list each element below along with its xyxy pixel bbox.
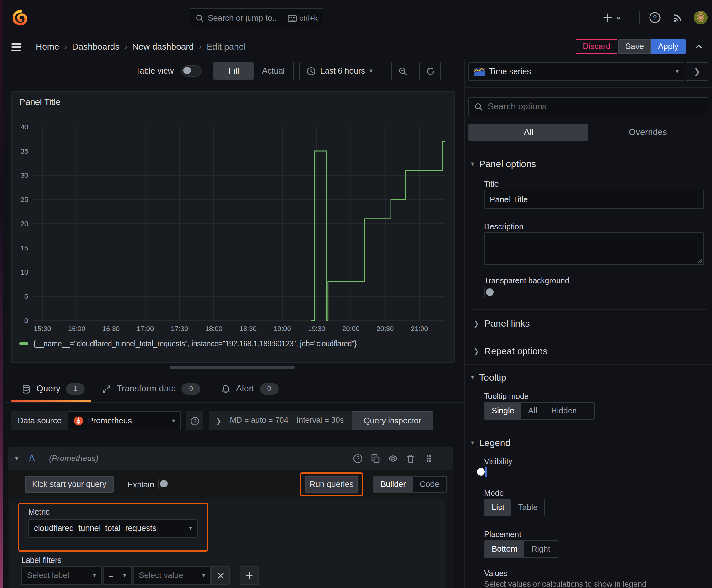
search-placeholder: Search or jump to... xyxy=(208,13,284,24)
table-view-toggle[interactable] xyxy=(181,65,201,77)
save-button[interactable]: Save xyxy=(619,39,651,54)
breadcrumb-new-dashboard[interactable]: New dashboard xyxy=(132,42,194,53)
panel-links-header[interactable]: ❯ Panel links xyxy=(473,318,530,330)
svg-text:15: 15 xyxy=(21,244,28,252)
panel-title-input[interactable] xyxy=(484,190,704,209)
transparent-background-toggle[interactable] xyxy=(484,287,486,298)
tooltip-hidden-option[interactable]: Hidden xyxy=(544,403,584,419)
metric-select[interactable]: cloudflared_tunnel_total_requests ▾ xyxy=(28,519,198,538)
query-ref-id[interactable]: A xyxy=(29,453,35,464)
legend-header[interactable]: ▾ Legend xyxy=(471,437,511,449)
datasource-help-button[interactable]: ? xyxy=(186,412,203,430)
shortcut-hint: ctrl+k xyxy=(287,14,318,23)
explain-toggle[interactable] xyxy=(158,479,159,489)
select-label-dropdown[interactable]: Select label ▾ xyxy=(21,566,102,585)
description-textarea[interactable] xyxy=(484,232,704,265)
placement-bottom-option[interactable]: Bottom xyxy=(485,541,524,557)
placement-right-option[interactable]: Right xyxy=(524,541,557,557)
datasource-picker[interactable]: Prometheus ▾ xyxy=(68,412,181,430)
code-option[interactable]: Code xyxy=(413,477,446,492)
svg-text:0: 0 xyxy=(24,317,28,324)
prometheus-icon xyxy=(73,416,84,426)
svg-text:19:00: 19:00 xyxy=(274,325,291,333)
select-value-dropdown[interactable]: Select value ▾ xyxy=(133,566,211,585)
chevron-down-icon: ▾ xyxy=(123,572,126,580)
legend-swatch[interactable] xyxy=(19,342,28,345)
breadcrumb-home[interactable]: Home xyxy=(36,42,59,53)
discard-button[interactable]: Discard xyxy=(576,39,617,54)
duplicate-query-icon[interactable] xyxy=(370,454,381,464)
tooltip-single-option[interactable]: Single xyxy=(485,403,521,419)
delete-query-icon[interactable] xyxy=(406,454,416,464)
datasource-name: Prometheus xyxy=(88,416,168,426)
user-avatar[interactable] xyxy=(694,11,708,24)
query-row-header[interactable]: ▾ A (Prometheus) ? xyxy=(7,447,453,470)
tab-transform[interactable]: Transform data 0 xyxy=(102,383,201,395)
menu-toggle[interactable] xyxy=(11,43,21,51)
breadcrumb-dashboards[interactable]: Dashboards xyxy=(72,42,119,53)
legend-series-name[interactable]: {__name__="cloudflared_tunnel_total_requ… xyxy=(33,339,357,348)
apply-button[interactable]: Apply xyxy=(651,39,685,54)
legend-list-option[interactable]: List xyxy=(485,499,511,516)
legend-table-option[interactable]: Table xyxy=(511,499,544,516)
add-filter-button[interactable] xyxy=(240,566,259,585)
operator-dropdown[interactable]: = ▾ xyxy=(103,566,132,585)
visualization-picker[interactable]: Time series ▾ xyxy=(468,62,684,81)
help-circle-icon: ? xyxy=(190,416,199,426)
query-stats-chip: ❯ MD = auto = 704 Interval = 30s xyxy=(209,412,353,430)
tab-all[interactable]: All xyxy=(469,124,588,141)
remove-filter-button[interactable] xyxy=(211,566,230,585)
grafana-edit-panel: Search or jump to... ctrl+k ? Home xyxy=(0,0,712,588)
tooltip-all-option[interactable]: All xyxy=(521,403,544,419)
zoom-out-time-button[interactable] xyxy=(392,66,414,76)
description-label: Description xyxy=(484,223,523,232)
alert-count-badge: 0 xyxy=(260,383,279,395)
svg-text:?: ? xyxy=(653,14,657,22)
add-new-button[interactable] xyxy=(602,11,622,24)
chart-legend: {__name__="cloudflared_tunnel_total_requ… xyxy=(19,339,357,348)
clock-icon xyxy=(306,66,316,76)
tooltip-header[interactable]: ▾ Tooltip xyxy=(471,372,506,384)
horizontal-scrollbar-handle[interactable] xyxy=(170,366,295,369)
run-queries-button[interactable]: Run queries xyxy=(305,476,358,492)
builder-option[interactable]: Builder xyxy=(373,477,413,492)
help-icon[interactable]: ? xyxy=(649,11,661,24)
drag-handle-icon[interactable] xyxy=(425,454,433,464)
grafana-logo-icon[interactable] xyxy=(12,9,29,26)
tab-query[interactable]: Query 1 xyxy=(21,383,85,395)
news-rss-icon[interactable] xyxy=(672,11,684,24)
search-icon xyxy=(474,102,483,111)
kick-start-query-button[interactable]: Kick start your query xyxy=(25,476,113,492)
tab-alert[interactable]: Alert 0 xyxy=(221,383,279,395)
chevron-down-icon: ▾ xyxy=(369,67,373,75)
panel-options-header[interactable]: ▾ Panel options xyxy=(471,158,536,170)
legend-mode-label: Mode xyxy=(484,489,504,499)
collapse-options-icon[interactable] xyxy=(694,42,703,51)
collapse-query-icon[interactable]: ▾ xyxy=(15,455,18,463)
fill-option[interactable]: Fill xyxy=(214,62,254,80)
chevron-right-icon[interactable]: ❯ xyxy=(215,416,222,426)
repeat-options-header[interactable]: ❯ Repeat options xyxy=(473,345,547,357)
tab-transform-label: Transform data xyxy=(117,383,176,395)
time-series-chart[interactable]: 051015202530354015:3016:0016:3017:0017:3… xyxy=(12,92,454,362)
tab-overrides[interactable]: Overrides xyxy=(588,124,708,141)
section-divider xyxy=(465,430,712,430)
refresh-icon xyxy=(425,66,435,76)
search-options-field[interactable]: Search options xyxy=(468,97,708,116)
refresh-button[interactable] xyxy=(419,62,441,80)
query-help-icon[interactable]: ? xyxy=(353,454,363,464)
legend-visibility-toggle[interactable] xyxy=(486,467,487,478)
breadcrumb: Home › Dashboards › New dashboard › Edit… xyxy=(36,35,245,59)
query-inspector-button[interactable]: Query inspector xyxy=(352,412,433,430)
toggle-viz-picker-button[interactable]: ❯ xyxy=(686,62,708,81)
toggle-visibility-icon[interactable] xyxy=(388,454,398,464)
table-view-control: Table view xyxy=(129,62,209,80)
global-search-input[interactable]: Search or jump to... ctrl+k xyxy=(190,8,323,28)
chevron-down-icon: ▾ xyxy=(189,525,192,532)
time-range-picker[interactable]: Last 6 hours ▾ xyxy=(300,66,391,76)
sidebar-divider xyxy=(471,337,707,337)
chevron-down-icon: ▾ xyxy=(93,572,96,580)
svg-text:20:00: 20:00 xyxy=(342,325,360,333)
sidebar-divider xyxy=(471,309,707,310)
actual-option[interactable]: Actual xyxy=(254,62,293,80)
